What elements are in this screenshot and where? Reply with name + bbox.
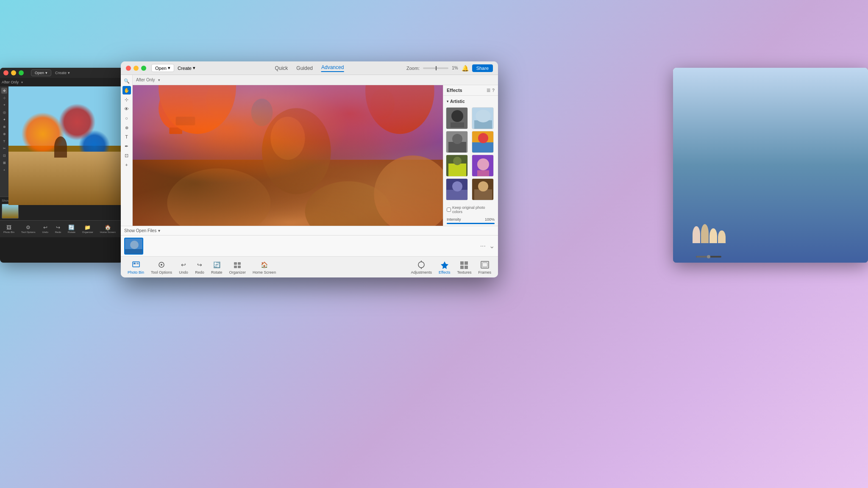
svg-rect-33 (477, 170, 489, 176)
adjustments-tool[interactable]: Adjustments (411, 260, 432, 274)
add-tool[interactable]: + (122, 161, 131, 169)
show-open-files-label: Show Open Files (124, 228, 156, 233)
zoom-slider[interactable] (423, 67, 448, 69)
canvas-right-split: Effects ☰ ? ▾ Artistic (133, 85, 498, 226)
nav-guided[interactable]: Guided (296, 65, 313, 71)
marquee-tool[interactable]: ⊹ (122, 95, 131, 104)
circle-tool[interactable]: ○ (122, 114, 131, 122)
svg-point-14 (374, 155, 443, 226)
maximize-button[interactable] (141, 66, 146, 71)
bg-tool-12: + (1, 167, 7, 173)
effect-mona-lisa[interactable] (472, 178, 494, 200)
rotate-label: Rotate (211, 270, 223, 274)
undo-tool[interactable]: ↩ Undo (179, 260, 188, 274)
svg-rect-18 (451, 122, 464, 128)
main-nav: Quick Guided Advanced (275, 64, 344, 72)
effect-watercolor[interactable] (472, 107, 494, 129)
eye-tool[interactable]: 👁 (122, 105, 131, 113)
crop-tool[interactable]: ⊡ (122, 151, 131, 160)
filmstrip-thumb-1[interactable] (124, 238, 143, 255)
canvas-image (133, 85, 443, 226)
effects-tool[interactable]: Effects (439, 260, 450, 274)
svg-point-42 (130, 241, 139, 249)
effects-info-icon[interactable]: ? (492, 88, 495, 93)
svg-rect-43 (133, 262, 139, 267)
effects-list-icon[interactable]: ☰ (487, 88, 490, 93)
effect-sketch[interactable] (446, 131, 468, 153)
svg-marker-55 (441, 261, 448, 269)
artistic-header[interactable]: ▾ Artistic (443, 97, 498, 105)
nav-quick[interactable]: Quick (275, 65, 288, 71)
bg-photo-4 (794, 164, 868, 209)
svg-rect-57 (465, 261, 468, 265)
zoom-value: 1% (452, 66, 458, 70)
bg-filter-label: After Only (2, 80, 19, 84)
minimize-button[interactable] (134, 66, 139, 71)
effect-pop-art[interactable] (472, 131, 494, 153)
nav-advanced[interactable]: Advanced (321, 64, 344, 72)
close-button[interactable] (126, 66, 131, 71)
bg-action-redo: ↪ Redo (55, 225, 61, 233)
keep-original-row: Keep original photo colors (443, 204, 498, 216)
show-open-files[interactable]: Show Open Files ▾ (121, 226, 498, 236)
more-options[interactable]: ··· (480, 242, 486, 250)
effect-blue-mixed[interactable] (446, 178, 468, 200)
tool-options-tool[interactable]: Tool Options (151, 260, 172, 274)
svg-point-12 (167, 169, 270, 226)
filter-label: After Only (136, 78, 155, 82)
artistic-section: ▾ Artistic (443, 96, 498, 204)
svg-point-17 (451, 110, 463, 122)
redo-icon: ↪ (195, 260, 204, 269)
bell-icon: 🔔 (462, 65, 469, 72)
bg-left-tools: ✥ ⊹ ⌖ ◎ ✦ ⊗ ⊕ T ✂ ⊡ ⊠ + (0, 86, 8, 197)
effects-label: Effects (439, 270, 450, 274)
bg-tool-1: ✥ (1, 88, 7, 94)
frames-tool[interactable]: Frames (478, 260, 491, 274)
undo-icon: ↩ (179, 260, 188, 269)
open-button[interactable]: Open ▾ (151, 64, 174, 72)
expand-icon[interactable]: ⌄ (489, 242, 495, 250)
effect-portrait[interactable] (472, 155, 494, 177)
share-button[interactable]: Share (472, 64, 493, 72)
filmstrip-content: ··· ⌄ (121, 236, 498, 256)
bg-left-maximize (19, 70, 24, 75)
adjustments-icon (417, 260, 426, 269)
bg-tool-10: ⊡ (1, 152, 7, 158)
keep-original-checkbox[interactable] (447, 208, 451, 212)
textures-tool[interactable]: Textures (457, 260, 471, 274)
svg-point-32 (477, 158, 489, 170)
home-screen-tool[interactable]: 🏠 Home Screen (253, 260, 276, 274)
bg-left-filter-bar: After Only ▾ (0, 78, 123, 86)
svg-point-4 (206, 85, 232, 116)
move-tool[interactable]: ✋ (122, 86, 131, 94)
textures-label: Textures (457, 270, 471, 274)
effect-charcoal[interactable] (446, 107, 468, 129)
redo-tool[interactable]: ↪ Redo (195, 260, 204, 274)
bg-left-minimize (11, 70, 16, 75)
photo-bin-tool[interactable]: Photo Bin (128, 260, 144, 274)
bg-open-btn[interactable]: Open ▾ (31, 69, 51, 76)
eyedropper-tool[interactable]: ✒ (122, 142, 131, 150)
text-tool[interactable]: T (122, 133, 131, 141)
bg-create-btn[interactable]: Create ▾ (55, 71, 70, 75)
create-button[interactable]: Create ▾ (174, 64, 199, 72)
adjustments-label: Adjustments (411, 270, 432, 274)
svg-point-7 (159, 85, 236, 134)
effects-title: Effects (447, 88, 462, 93)
tool-options-icon (157, 260, 166, 269)
bg-left-close (3, 70, 8, 75)
heal-tool[interactable]: ⊕ (122, 123, 131, 132)
organizer-tool[interactable]: Organizer (229, 260, 246, 274)
svg-rect-1 (133, 160, 443, 226)
home-screen-label: Home Screen (253, 270, 276, 274)
bg-zoom-slider[interactable] (696, 256, 721, 258)
intensity-slider[interactable] (447, 223, 495, 224)
rotate-tool[interactable]: 🔄 Rotate (211, 260, 223, 274)
main-content: 🔍 ✋ ⊹ 👁 ○ ⊕ T ✒ ⊡ + After Only ▾ (121, 75, 498, 226)
bg-photo-grid-area (720, 78, 868, 250)
svg-point-39 (478, 181, 488, 191)
effects-grid (443, 105, 498, 202)
search-tool[interactable]: 🔍 (122, 77, 131, 85)
svg-point-10 (270, 117, 305, 160)
effect-green[interactable] (446, 155, 468, 177)
